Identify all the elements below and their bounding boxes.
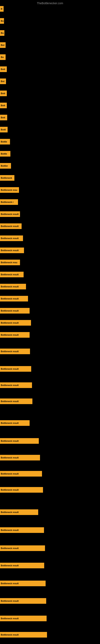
bar-item-11: Bottle: [0, 139, 10, 144]
bar-item-42: Bottleneck result: [0, 598, 46, 604]
bar-label-5: Bott: [1, 68, 5, 70]
bar-item-26: Bottleneck result: [0, 320, 31, 326]
bar-item-15: Bottleneck resu: [0, 187, 19, 193]
bar-label-9: Bott: [1, 116, 5, 119]
bar-item-6: Bot: [0, 78, 6, 84]
bar-label-26: Bottleneck result: [1, 322, 19, 324]
bar-item-31: Bottleneck result: [0, 398, 32, 404]
bar-item-8: Bott: [0, 103, 7, 108]
bar-label-12: Bottle: [1, 152, 7, 155]
bar-item-40: Bottleneck result: [0, 563, 44, 568]
bar-item-39: Bottleneck result: [0, 546, 45, 551]
bar-item-23: Bottleneck result: [0, 284, 26, 290]
bar-label-38: Bottleneck result: [1, 529, 19, 531]
bar-label-36: Bottleneck result: [1, 489, 19, 491]
bar-label-13: Bottler: [1, 164, 8, 167]
bar-item-4: Bo: [0, 54, 6, 60]
bar-item-16: Bottleneck r: [0, 199, 18, 205]
bar-item-20: Bottleneck result: [0, 248, 24, 253]
bar-item-36: Bottleneck result: [0, 487, 43, 493]
bar-label-15: Bottleneck resu: [1, 189, 17, 191]
bar-label-31: Bottleneck result: [1, 400, 19, 402]
bar-item-7: Bott: [0, 90, 7, 96]
bar-item-0: B: [0, 6, 3, 12]
bar-item-44: Bottleneck result: [0, 632, 47, 638]
bar-item-41: Bottleneck result: [0, 580, 46, 586]
bar-label-1: Bo: [1, 20, 4, 22]
bar-item-18: Bottleneck result: [0, 224, 22, 229]
bar-item-24: Bottleneck result: [0, 296, 28, 302]
bar-label-42: Bottleneck result: [1, 600, 19, 602]
bar-label-43: Bottleneck result: [1, 617, 19, 620]
bar-item-34: Bottleneck result: [0, 455, 40, 460]
bar-label-40: Bottleneck result: [1, 564, 19, 567]
bar-item-3: Bot: [0, 42, 6, 48]
site-title: TheBottlenecker.com: [0, 0, 100, 6]
bar-item-17: Bottleneck result: [0, 211, 20, 217]
bar-label-19: Bottleneck result: [1, 237, 19, 240]
bar-label-0: B: [1, 8, 2, 10]
bar-label-6: Bot: [1, 80, 4, 82]
bar-item-14: Bottleneck: [0, 175, 14, 181]
bar-label-22: Bottleneck result: [1, 273, 19, 276]
bar-label-27: Bottleneck result: [1, 334, 19, 336]
bar-item-37: Bottleneck result: [0, 509, 38, 515]
bar-item-5: Bott: [0, 66, 7, 72]
bar-item-27: Bottleneck result: [0, 332, 30, 338]
bar-label-8: Bott: [1, 104, 5, 107]
bar-item-30: Bottleneck result: [0, 382, 32, 388]
bar-item-43: Bottleneck result: [0, 616, 47, 621]
bar-label-24: Bottleneck result: [1, 298, 19, 300]
bar-label-11: Bottle: [1, 140, 7, 143]
bar-label-14: Bottleneck: [1, 177, 12, 179]
bar-label-34: Bottleneck result: [1, 456, 19, 459]
bar-item-29: Bottleneck result: [0, 366, 31, 372]
bar-label-16: Bottleneck r: [1, 201, 14, 203]
bar-item-28: Bottleneck result: [0, 348, 30, 354]
bar-item-33: Bottleneck result: [0, 438, 39, 444]
bar-item-13: Bottler: [0, 163, 11, 169]
bar-label-4: Bo: [1, 56, 4, 58]
bar-label-33: Bottleneck result: [1, 440, 19, 442]
bar-item-12: Bottle: [0, 151, 10, 156]
bar-item-38: Bottleneck result: [0, 527, 44, 533]
bar-item-21: Bottleneck resu: [0, 260, 20, 265]
bar-label-3: Bot: [1, 44, 4, 46]
bar-label-25: Bottleneck result: [1, 310, 19, 312]
bar-label-17: Bottleneck result: [1, 213, 19, 215]
bar-item-10: Bottl: [0, 127, 8, 132]
bar-label-35: Bottleneck result: [1, 472, 19, 475]
bar-item-19: Bottleneck result: [0, 236, 23, 241]
bar-label-29: Bottleneck result: [1, 368, 19, 370]
bar-item-9: Bott: [0, 115, 7, 120]
bar-item-35: Bottleneck result: [0, 471, 42, 476]
bar-label-2: Bo: [1, 32, 4, 34]
bar-item-22: Bottleneck result: [0, 272, 24, 277]
bar-label-23: Bottleneck result: [1, 285, 19, 288]
bar-label-10: Bottl: [1, 128, 6, 131]
bar-label-30: Bottleneck result: [1, 384, 19, 386]
bar-label-32: Bottleneck result: [1, 422, 19, 424]
bar-item-32: Bottleneck result: [0, 420, 30, 426]
bar-label-20: Bottleneck result: [1, 249, 19, 252]
bar-label-44: Bottleneck result: [1, 634, 19, 636]
bar-label-41: Bottleneck result: [1, 582, 19, 585]
bar-label-21: Bottleneck resu: [1, 261, 17, 264]
bar-item-25: Bottleneck result: [0, 308, 30, 314]
bar-label-37: Bottleneck result: [1, 511, 19, 514]
bar-label-7: Bott: [1, 92, 5, 94]
bar-item-1: Bo: [0, 18, 4, 24]
bar-label-28: Bottleneck result: [1, 350, 19, 352]
bar-item-2: Bo: [0, 30, 4, 36]
bar-label-39: Bottleneck result: [1, 547, 19, 550]
bar-label-18: Bottleneck result: [1, 225, 19, 228]
